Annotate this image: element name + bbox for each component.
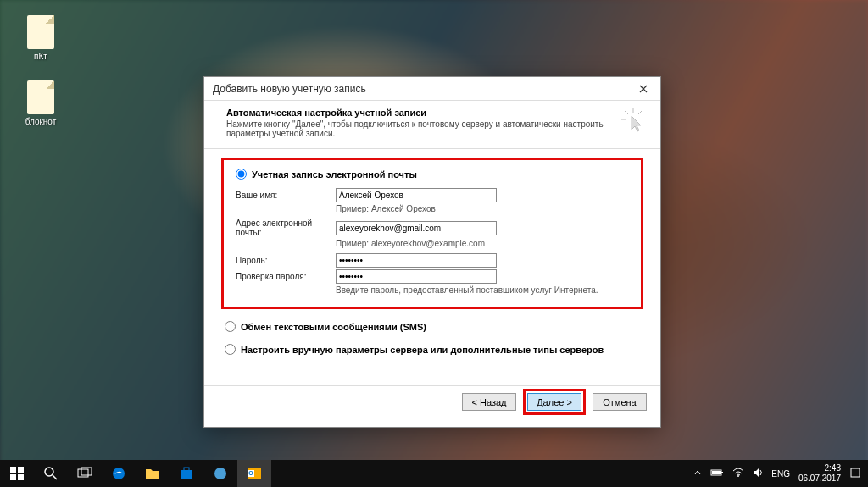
svg-rect-20 bbox=[721, 472, 723, 473]
start-button[interactable] bbox=[0, 460, 34, 487]
svg-point-15 bbox=[214, 468, 226, 479]
svg-rect-5 bbox=[18, 467, 24, 473]
time: 2:43 bbox=[798, 463, 841, 473]
wifi-icon[interactable] bbox=[732, 468, 744, 479]
desktop-icon[interactable]: пКт bbox=[15, 15, 66, 61]
windows-icon bbox=[9, 466, 25, 481]
svg-point-12 bbox=[113, 468, 125, 479]
dialog-buttons: < Назад Далее > Отмена bbox=[462, 389, 647, 415]
svg-line-9 bbox=[53, 475, 57, 479]
language-indicator[interactable]: ENG bbox=[771, 469, 790, 479]
svg-rect-13 bbox=[181, 470, 192, 479]
password-hint: Введите пароль, предоставленный поставщи… bbox=[336, 285, 629, 295]
name-label: Ваше имя: bbox=[236, 191, 336, 200]
next-button[interactable]: Далее > bbox=[527, 393, 581, 411]
password-input[interactable] bbox=[336, 253, 497, 268]
clock[interactable]: 2:43 06.07.2017 bbox=[798, 463, 841, 484]
close-button[interactable] bbox=[632, 80, 655, 97]
name-input[interactable] bbox=[336, 188, 497, 202]
window-title: Добавить новую учетную запись bbox=[213, 83, 366, 95]
outlook-icon: O bbox=[247, 466, 262, 481]
svg-text:O: O bbox=[248, 470, 253, 476]
tray-up-icon[interactable] bbox=[693, 468, 702, 479]
password-confirm-input[interactable] bbox=[336, 269, 497, 284]
svg-rect-10 bbox=[78, 469, 88, 477]
svg-rect-6 bbox=[10, 474, 16, 480]
svg-rect-7 bbox=[18, 474, 24, 480]
notifications-icon[interactable] bbox=[849, 467, 861, 480]
svg-line-1 bbox=[625, 111, 628, 114]
cursor-decoration-icon bbox=[621, 108, 645, 135]
desktop-icon-label: пКт bbox=[15, 52, 66, 61]
search-icon bbox=[43, 466, 58, 481]
back-button[interactable]: < Назад bbox=[462, 393, 516, 411]
svg-rect-23 bbox=[851, 468, 860, 477]
taskview-button[interactable] bbox=[68, 460, 102, 487]
desktop-icon[interactable]: блокнот bbox=[15, 80, 66, 126]
cancel-button[interactable]: Отмена bbox=[593, 393, 647, 411]
store-app[interactable] bbox=[170, 460, 203, 487]
explorer-app[interactable] bbox=[136, 460, 170, 487]
password2-label: Проверка пароля: bbox=[236, 272, 336, 281]
radio-manual-label: Настроить вручную параметры сервера или … bbox=[241, 345, 604, 355]
radio-sms-label: Обмен текстовыми сообщениями (SMS) bbox=[241, 322, 426, 332]
sound-icon[interactable] bbox=[753, 468, 763, 479]
chat-app[interactable] bbox=[203, 460, 237, 487]
svg-rect-4 bbox=[10, 467, 16, 473]
desktop-icon-label: блокнот bbox=[15, 117, 66, 126]
folder-icon bbox=[145, 466, 160, 481]
dialog-header: Автоматическая настройка учетной записи … bbox=[204, 101, 660, 149]
battery-icon[interactable] bbox=[710, 468, 724, 479]
header-subtitle: Нажмите кнопку "Далее", чтобы подключить… bbox=[226, 119, 609, 138]
system-tray: ENG 2:43 06.07.2017 bbox=[693, 463, 868, 484]
password-label: Пароль: bbox=[236, 256, 336, 265]
chat-icon bbox=[213, 466, 228, 481]
search-button[interactable] bbox=[34, 460, 68, 487]
edge-app[interactable] bbox=[102, 460, 136, 487]
radio-sms[interactable] bbox=[225, 321, 236, 332]
radio-email-account[interactable] bbox=[236, 169, 247, 180]
radio-email-label: Учетная запись электронной почты bbox=[252, 169, 417, 180]
svg-line-2 bbox=[638, 111, 642, 114]
outlook-app[interactable]: O bbox=[237, 460, 271, 487]
svg-rect-11 bbox=[81, 468, 92, 475]
titlebar: Добавить новую учетную запись bbox=[204, 77, 660, 101]
email-input[interactable] bbox=[336, 221, 497, 235]
header-title: Автоматическая настройка учетной записи bbox=[226, 108, 426, 118]
store-icon bbox=[179, 466, 194, 481]
taskview-icon bbox=[77, 466, 92, 481]
edge-icon bbox=[111, 466, 126, 481]
email-label: Адрес электронной почты: bbox=[236, 219, 336, 237]
date: 06.07.2017 bbox=[798, 473, 841, 484]
svg-rect-21 bbox=[712, 471, 721, 474]
email-hint: Пример: alexeyorekhov@example.com bbox=[336, 239, 629, 248]
close-icon bbox=[639, 85, 648, 93]
svg-point-8 bbox=[45, 468, 53, 476]
radio-manual[interactable] bbox=[225, 344, 236, 355]
taskbar: O ENG 2:43 06.07.2017 bbox=[0, 460, 868, 487]
svg-point-22 bbox=[737, 475, 739, 477]
email-account-section-highlight: Учетная запись электронной почты Ваше им… bbox=[221, 158, 643, 309]
add-account-dialog: Добавить новую учетную запись Автоматиче… bbox=[203, 76, 661, 428]
next-button-highlight: Далее > bbox=[523, 389, 586, 415]
name-hint: Пример: Алексей Орехов bbox=[336, 204, 629, 213]
